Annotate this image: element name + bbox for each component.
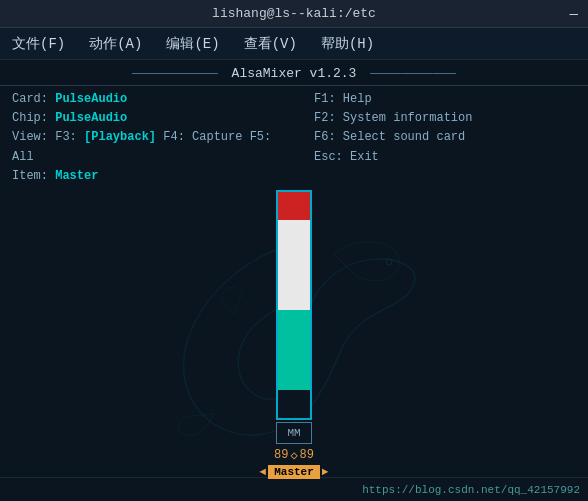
card-row: Card: PulseAudio <box>12 90 274 109</box>
channel-arrow-left[interactable]: ◄ <box>260 466 267 478</box>
menu-file[interactable]: 文件(F) <box>8 33 69 55</box>
info-left: Card: PulseAudio Chip: PulseAudio View: … <box>12 90 274 186</box>
channel-arrow-right[interactable]: ► <box>322 466 329 478</box>
chip-row: Chip: PulseAudio <box>12 109 274 128</box>
volume-right: 89 <box>300 448 314 462</box>
header-dashes-right: ——————————— <box>370 66 456 81</box>
title-bar: lishang@ls--kali:/etc — <box>0 0 588 28</box>
mixer-area: MM 89 ◇ 89 ◄ Master ► <box>0 190 588 479</box>
channel-label-row: ◄ Master ► <box>260 465 329 479</box>
red-zone <box>278 192 310 220</box>
slider-container: MM 89 ◇ 89 ◄ Master ► <box>260 190 329 479</box>
help-f6: F6: Select sound card <box>314 128 576 147</box>
menu-bar: 文件(F) 动作(A) 编辑(E) 查看(V) 帮助(H) <box>0 28 588 60</box>
status-url: https://blog.csdn.net/qq_42157992 <box>362 484 580 496</box>
alsamixer-title: AlsaMixer v1.2.3 <box>232 66 357 81</box>
menu-help[interactable]: 帮助(H) <box>317 33 378 55</box>
volume-diamond: ◇ <box>290 448 297 463</box>
alsamixer-header: ——————————— AlsaMixer v1.2.3 ——————————— <box>0 60 588 86</box>
menu-action[interactable]: 动作(A) <box>85 33 146 55</box>
volume-value: 89 ◇ 89 <box>274 448 314 463</box>
teal-fill <box>278 310 310 390</box>
menu-edit[interactable]: 编辑(E) <box>162 33 223 55</box>
close-button[interactable]: — <box>570 6 578 22</box>
info-section: Card: PulseAudio Chip: PulseAudio View: … <box>0 86 588 190</box>
item-row: Item: Master <box>12 167 274 186</box>
channel-name: Master <box>268 465 320 479</box>
help-f1: F1: Help <box>314 90 576 109</box>
view-row: View: F3: [Playback] F4: Capture F5: All <box>12 128 274 166</box>
status-bar: https://blog.csdn.net/qq_42157992 <box>0 477 588 501</box>
mm-box: MM <box>276 422 312 444</box>
header-dashes-left: ——————————— <box>132 66 218 81</box>
menu-view[interactable]: 查看(V) <box>240 33 301 55</box>
mm-label: MM <box>287 427 300 439</box>
svg-point-0 <box>386 259 392 265</box>
volume-bar[interactable] <box>276 190 312 420</box>
help-esc: Esc: Exit <box>314 148 576 167</box>
white-fill <box>278 220 310 310</box>
title-text: lishang@ls--kali:/etc <box>212 6 376 21</box>
volume-left: 89 <box>274 448 288 462</box>
main-content: ——————————— AlsaMixer v1.2.3 ———————————… <box>0 60 588 477</box>
info-right: F1: Help F2: System information F6: Sele… <box>274 90 576 186</box>
help-f2: F2: System information <box>314 109 576 128</box>
